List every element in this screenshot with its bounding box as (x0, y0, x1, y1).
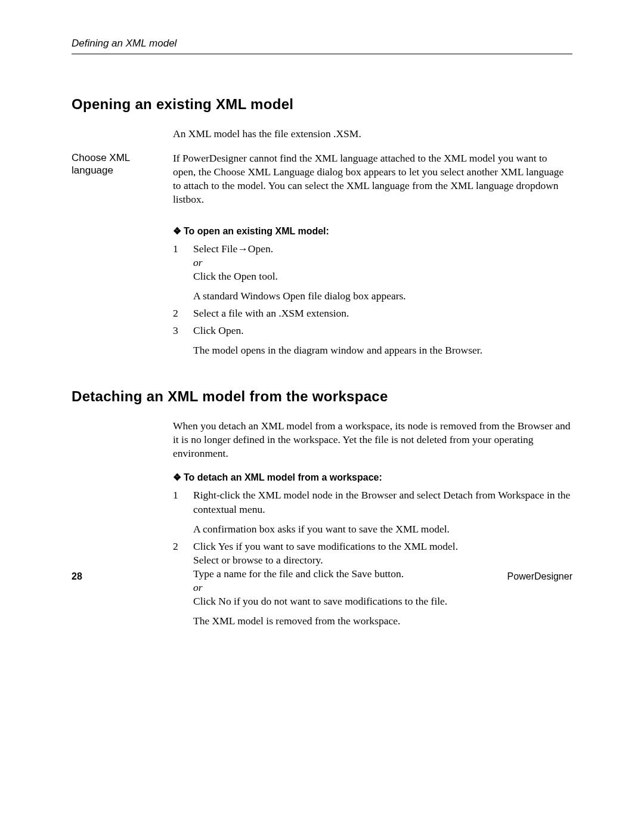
step-number: 2 (173, 540, 193, 628)
section-opening: Opening an existing XML model An XML mod… (72, 95, 572, 357)
footer-product: PowerDesigner (507, 570, 572, 583)
margin-note-choose-xml: Choose XML language (72, 151, 173, 213)
step-result: A standard Windows Open file dialog box … (193, 289, 572, 303)
step: 1 Select File→Open. or Click the Open to… (173, 242, 572, 303)
procedure-heading: ❖To detach an XML model from a workspace… (173, 471, 572, 484)
intro-paragraph: When you detach an XML model from a work… (173, 419, 572, 460)
page-number: 28 (72, 570, 82, 583)
procedure-heading-text: To open an existing XML model: (184, 226, 329, 236)
diamond-icon: ❖ (173, 225, 184, 237)
step-result: The model opens in the diagram window an… (193, 343, 572, 357)
step-or: or (193, 256, 572, 270)
diamond-icon: ❖ (173, 471, 184, 484)
step-text: Click No if you do not want to save modi… (193, 594, 572, 608)
step: 3 Click Open. The model opens in the dia… (173, 324, 572, 357)
section-title: Detaching an XML model from the workspac… (72, 387, 572, 406)
step-text: Select a file with an .XSM extension. (193, 306, 572, 320)
step: 2 Click Yes if you want to save modifica… (173, 540, 572, 628)
step: 2 Select a file with an .XSM extension. (173, 306, 572, 320)
step-text: Click the Open tool. (193, 270, 572, 283)
step: 1 Right-click the XML model node in the … (173, 488, 572, 535)
document-page: Defining an XML model Opening an existin… (0, 0, 644, 833)
body-paragraph: If PowerDesigner cannot find the XML lan… (173, 151, 572, 206)
step-result: A confirmation box asks if you want to s… (193, 522, 572, 536)
step-number: 2 (173, 306, 193, 320)
step-or: or (193, 581, 572, 594)
step-text: Click Open. (193, 324, 572, 337)
section-detaching: Detaching an XML model from the workspac… (72, 387, 572, 628)
step-text: Select File→Open. (193, 242, 572, 256)
page-footer: 28 PowerDesigner (72, 570, 572, 583)
step-number: 1 (173, 242, 193, 303)
step-number: 3 (173, 324, 193, 357)
section-title: Opening an existing XML model (72, 95, 572, 114)
procedure-steps: 1 Right-click the XML model node in the … (173, 488, 572, 628)
procedure-heading: ❖To open an existing XML model: (173, 225, 572, 237)
step-text: Click Yes if you want to save modificati… (193, 540, 572, 553)
procedure-heading-text: To detach an XML model from a workspace: (184, 472, 382, 482)
intro-paragraph: An XML model has the file extension .XSM… (173, 127, 572, 141)
running-head: Defining an XML model (72, 37, 572, 54)
step-text: Select or browse to a directory. (193, 553, 572, 567)
step-text: Right-click the XML model node in the Br… (193, 488, 572, 516)
step-number: 1 (173, 488, 193, 535)
step-result: The XML model is removed from the worksp… (193, 614, 572, 628)
procedure-steps: 1 Select File→Open. or Click the Open to… (173, 242, 572, 358)
